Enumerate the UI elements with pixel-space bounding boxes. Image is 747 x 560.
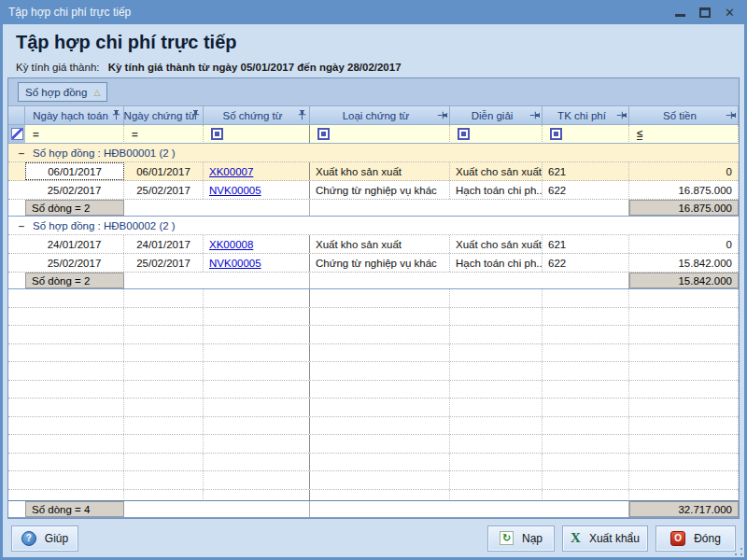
table-cell[interactable]: Chứng từ nghiệp vụ khác <box>310 254 450 272</box>
table-cell[interactable]: 25/02/2017 <box>25 181 124 199</box>
table-row[interactable]: 25/02/201725/02/2017NVK00005Chứng từ ngh… <box>8 181 739 200</box>
collapse-icon[interactable]: – <box>16 220 27 231</box>
document-link[interactable]: XK00008 <box>209 239 253 250</box>
table-row[interactable]: 06/01/201706/01/2017XK00007Xuất kho sản … <box>8 162 739 181</box>
table-cell[interactable]: 622 <box>543 254 629 272</box>
row-indicator-cell <box>8 181 25 199</box>
close-icon[interactable]: ✕ <box>725 7 735 18</box>
pin-horizontal-icon[interactable] <box>530 110 539 120</box>
maximize-icon[interactable] <box>699 7 711 18</box>
table-cell[interactable]: 06/01/2017 <box>25 162 124 180</box>
table-cell[interactable]: Xuất cho sản xuất <box>450 162 543 180</box>
export-button[interactable]: X Xuất khẩu <box>562 525 648 552</box>
table-cell[interactable]: 15.842.000 <box>629 254 739 272</box>
table-cell[interactable]: Hạch toán chi ph.. <box>450 181 543 199</box>
empty-cell <box>450 362 543 380</box>
table-cell[interactable]: XK00008 <box>204 235 310 253</box>
pin-vertical-icon[interactable] <box>112 110 120 120</box>
group-row[interactable]: –Số hợp đồng : HĐB00002 (2 ) <box>8 217 739 235</box>
table-cell[interactable]: 621 <box>543 235 629 253</box>
table-cell[interactable]: 25/02/2017 <box>124 254 204 272</box>
empty-cell <box>204 381 310 399</box>
close-dialog-button[interactable]: O Đóng <box>655 525 736 552</box>
table-cell[interactable]: XK00007 <box>204 162 310 180</box>
filter-picker-icon[interactable] <box>211 128 223 140</box>
filter-picker-icon[interactable] <box>550 128 562 140</box>
empty-row <box>8 289 739 308</box>
table-cell[interactable]: 24/01/2017 <box>124 235 204 253</box>
empty-cell <box>543 435 629 453</box>
table-cell[interactable]: Xuất kho sản xuất <box>310 235 450 253</box>
help-button[interactable]: ? Giúp <box>11 525 78 552</box>
table-cell[interactable]: 621 <box>543 162 629 180</box>
table-cell[interactable]: NVK00005 <box>204 254 310 272</box>
page-header: Tập hợp chi phí trực tiếp Kỳ tính giá th… <box>3 24 744 77</box>
table-cell[interactable]: Chứng từ nghiệp vụ khác <box>310 181 450 199</box>
table-cell[interactable]: 0 <box>629 235 739 253</box>
empty-cell <box>310 326 450 343</box>
filter-cell-6[interactable] <box>543 125 629 144</box>
table-row[interactable]: 24/01/201724/01/2017XK00008Xuất kho sản … <box>8 235 739 254</box>
pin-horizontal-icon[interactable] <box>617 110 626 120</box>
empty-cell <box>204 344 310 362</box>
filter-cell-4[interactable] <box>310 125 450 144</box>
filter-picker-icon[interactable] <box>317 128 330 140</box>
collapse-icon[interactable]: – <box>16 147 27 159</box>
empty-cell <box>124 344 204 362</box>
table-cell[interactable]: Hạch toán chi ph.. <box>450 254 543 272</box>
document-link[interactable]: NVK00005 <box>209 185 261 196</box>
summary-total: 16.875.000 <box>629 200 739 216</box>
column-header-3[interactable]: Số chứng từ <box>204 106 310 125</box>
empty-cell <box>204 417 310 435</box>
filter-cell-1[interactable]: = <box>25 125 124 144</box>
resize-grip[interactable] <box>735 548 742 555</box>
group-row[interactable]: –Số hợp đồng : HĐB00001 (2 ) <box>8 144 739 162</box>
column-header-4[interactable]: Loại chứng từ <box>310 106 450 125</box>
summary-label: Số dòng = 2 <box>25 200 124 216</box>
empty-cell <box>543 326 629 343</box>
table-cell[interactable]: 25/02/2017 <box>25 254 124 272</box>
table-cell[interactable]: 16.875.000 <box>629 181 739 199</box>
column-header-5[interactable]: Diễn giải <box>450 106 543 125</box>
table-cell[interactable]: NVK00005 <box>204 181 310 199</box>
pin-vertical-icon[interactable] <box>298 110 306 120</box>
filter-cell-2[interactable]: = <box>124 125 204 144</box>
document-link[interactable]: XK00007 <box>209 166 253 177</box>
table-cell[interactable]: 25/02/2017 <box>124 181 204 199</box>
table-cell[interactable]: 622 <box>543 181 629 199</box>
summary-total: 15.842.000 <box>629 273 739 288</box>
summary-spacer <box>124 501 310 517</box>
column-header-7[interactable]: Số tiền <box>629 106 739 125</box>
data-grid: Số hợp đồng △ Ngày hạch toánNgày chứng t… <box>7 77 740 519</box>
pin-horizontal-icon[interactable] <box>438 110 446 120</box>
table-row[interactable]: 25/02/201725/02/2017NVK00005Chứng từ ngh… <box>8 254 739 273</box>
load-button[interactable]: ↻ Nạp <box>487 525 555 552</box>
group-by-button[interactable]: Số hợp đồng △ <box>18 82 107 102</box>
table-cell[interactable]: 24/01/2017 <box>25 235 124 253</box>
table-cell[interactable]: Xuất cho sản xuất <box>450 235 543 253</box>
column-header-label: Số tiền <box>659 110 708 121</box>
table-cell[interactable]: 0 <box>629 162 739 180</box>
sort-ascending-icon[interactable]: △ <box>93 88 100 97</box>
empty-row <box>8 326 739 344</box>
table-cell[interactable]: 06/01/2017 <box>124 162 204 180</box>
filter-cell-7[interactable]: ≤ <box>629 125 739 144</box>
footer-summary: Số dòng = 432.717.000 <box>8 500 739 518</box>
empty-row <box>8 362 739 381</box>
filter-cell-3[interactable] <box>204 125 310 144</box>
minimize-icon[interactable] <box>675 14 685 17</box>
document-link[interactable]: NVK00005 <box>209 258 261 269</box>
filter-edit-icon[interactable] <box>11 128 23 140</box>
column-header-1[interactable]: Ngày hạch toán <box>25 106 124 125</box>
filter-cell-5[interactable] <box>450 125 543 144</box>
empty-cell <box>450 490 543 501</box>
empty-indicator-cell <box>8 490 25 501</box>
filter-picker-icon[interactable] <box>458 128 470 140</box>
pin-vertical-icon[interactable] <box>191 110 200 120</box>
column-header-label: Ngày hạch toán <box>29 110 120 121</box>
table-cell[interactable]: Xuất kho sản xuất <box>310 162 450 180</box>
filter-operator: = <box>132 129 138 140</box>
column-header-2[interactable]: Ngày chứng từ <box>124 106 204 125</box>
pin-horizontal-icon[interactable] <box>726 110 735 120</box>
column-header-6[interactable]: TK chi phí <box>543 106 629 125</box>
